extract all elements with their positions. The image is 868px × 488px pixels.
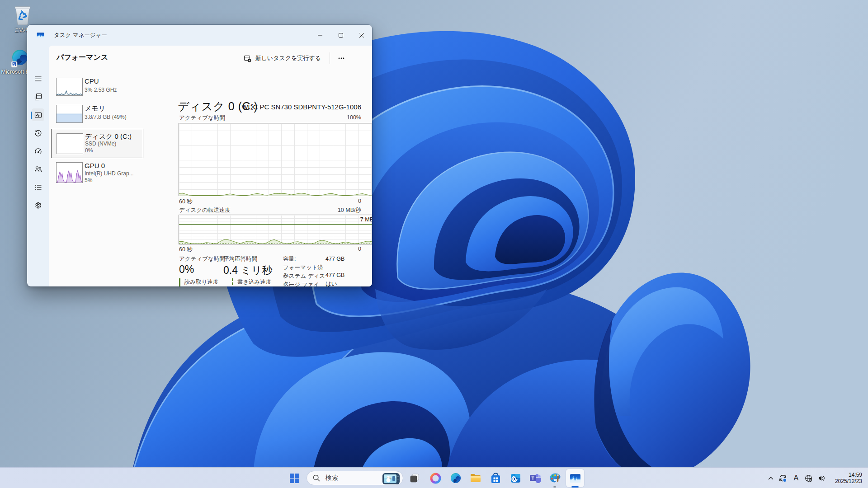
detail-row: ページ ファイル:はい (283, 281, 337, 286)
x-axis-right: 0 (358, 246, 361, 252)
taskbar: 検索 (0, 467, 868, 488)
nav-performance[interactable] (32, 108, 44, 121)
header-separator (330, 52, 330, 64)
tray-date: 2025/12/23 (835, 478, 862, 484)
tile-name: GPU 0 (85, 162, 105, 169)
tile-sub: Intel(R) UHD Grap... (85, 170, 134, 177)
active-time-chart-max: 100% (347, 114, 361, 121)
tray-network-button[interactable] (802, 474, 815, 482)
recycle-bin-icon (12, 4, 33, 25)
nav-startup-apps[interactable] (32, 145, 44, 157)
task-manager-icon (570, 473, 581, 484)
read-speed-label: 読み取り速度 (184, 278, 232, 286)
nav-menu-button[interactable] (32, 72, 44, 85)
nav-users[interactable] (32, 163, 44, 175)
services-icon (34, 202, 42, 209)
tray-volume-button[interactable] (815, 474, 829, 482)
ellipsis-icon (338, 57, 344, 59)
active-time-series (179, 123, 372, 196)
task-manager-window: タスク マネージャー (27, 25, 372, 286)
copilot-icon (430, 473, 441, 484)
cpu-sparkline (57, 78, 82, 95)
minimize-icon (317, 33, 323, 38)
search-icon (313, 474, 320, 482)
detail-label: 容量: (283, 255, 326, 263)
file-explorer-button[interactable] (467, 469, 485, 487)
disk-device-name: WDC PC SN730 SDBPNTY-512G-1006 (241, 103, 361, 111)
window-title: タスク マネージャー (54, 32, 107, 39)
maximize-button[interactable] (330, 25, 351, 46)
tile-sub: 3% 2.53 GHz (85, 87, 117, 93)
edge-icon (450, 472, 462, 484)
hamburger-icon (34, 75, 42, 83)
task-manager-button[interactable] (566, 469, 584, 487)
search-input[interactable]: 検索 (307, 471, 403, 485)
start-button[interactable] (285, 469, 303, 487)
window-titlebar[interactable]: タスク マネージャー (27, 25, 372, 46)
tray-ime-indicator[interactable]: A (790, 474, 802, 482)
close-button[interactable] (351, 25, 372, 46)
cap-line (179, 224, 372, 225)
perf-tile-cpu[interactable]: CPU 3% 2.53 GHz (51, 77, 143, 98)
teams-button[interactable] (526, 469, 544, 487)
nav-details[interactable] (32, 181, 44, 193)
sync-update-icon (778, 474, 787, 483)
stat-label: アクティブな時間 (179, 255, 225, 263)
outlook-button[interactable] (506, 469, 524, 487)
store-icon (490, 473, 501, 484)
details-icon (34, 183, 42, 191)
perf-tile-memory[interactable]: メモリ 3.8/7.8 GB (49%) (51, 104, 143, 125)
minimize-button[interactable] (310, 25, 330, 46)
copilot-button[interactable] (426, 469, 444, 487)
store-button[interactable] (486, 469, 505, 487)
search-highlight-thumbnail (382, 473, 401, 485)
maximize-icon (338, 33, 344, 38)
outlook-icon (510, 473, 521, 484)
tray-clock[interactable]: 14:59 2025/12/23 (835, 472, 862, 484)
teams-icon (529, 472, 541, 484)
users-icon (34, 165, 42, 173)
write-speed-label: 書き込み速度 (237, 278, 273, 286)
more-options-button[interactable] (335, 52, 348, 65)
run-new-task-label: 新しいタスクを実行する (255, 54, 321, 62)
perf-tile-disk-selected[interactable]: ディスク 0 (C:) SSD (NVMe) 0% (51, 129, 143, 158)
memory-sparkline (57, 105, 82, 122)
x-axis-left: 60 秒 (179, 198, 193, 206)
task-manager-app-icon (37, 32, 44, 39)
detail-row: 容量:477 GB (283, 255, 344, 263)
nav-services[interactable] (32, 199, 44, 211)
nav-processes[interactable] (32, 90, 44, 103)
transfer-chart-label: ディスクの転送速度 (179, 206, 231, 214)
paint-running-indicator (553, 486, 556, 488)
tile-name: ディスク 0 (C:) (85, 132, 132, 141)
tray-chevron-button[interactable] (765, 477, 776, 480)
write-speed-block: 書き込み速度 0 KB/秒 (232, 278, 273, 286)
perf-tile-gpu[interactable]: GPU 0 Intel(R) UHD Grap... 5% (51, 162, 143, 184)
tray-update-button[interactable] (776, 474, 790, 483)
desktop: ごみ箱 Microsoft Edge (0, 0, 868, 488)
task-view-icon (409, 473, 420, 483)
file-explorer-icon (470, 472, 481, 484)
edge-icon (11, 49, 29, 68)
transfer-series (179, 215, 372, 244)
active-time-chart (179, 123, 372, 196)
nav-app-history[interactable] (32, 127, 44, 139)
tray-time: 14:59 (835, 472, 862, 478)
task-view-button[interactable] (406, 469, 424, 487)
tile-name: CPU (85, 77, 99, 85)
run-new-task-button[interactable]: 新しいタスクを実行する (238, 51, 326, 66)
tile-sub: 3.8/7.8 GB (49%) (85, 114, 127, 120)
search-placeholder: 検索 (326, 474, 338, 482)
disk-sparkline (57, 134, 83, 154)
content-panel: パフォーマンス 新しいタスクを実行する CPU 3% 2.53 GHz メモ (49, 46, 372, 286)
paint-button[interactable] (546, 469, 564, 487)
gpu-sparkline (57, 163, 82, 183)
chevron-up-icon (768, 477, 774, 480)
paint-icon (549, 472, 561, 484)
transfer-speed-chart: 7 MB/秒 (179, 215, 372, 244)
cap-line-label: 7 MB/秒 (360, 216, 372, 224)
close-icon (359, 33, 364, 38)
system-tray: A 14:59 2025/12/23 (765, 468, 868, 488)
stat-value: 0.4 ミリ秒 (223, 263, 272, 277)
edge-button[interactable] (447, 469, 465, 487)
